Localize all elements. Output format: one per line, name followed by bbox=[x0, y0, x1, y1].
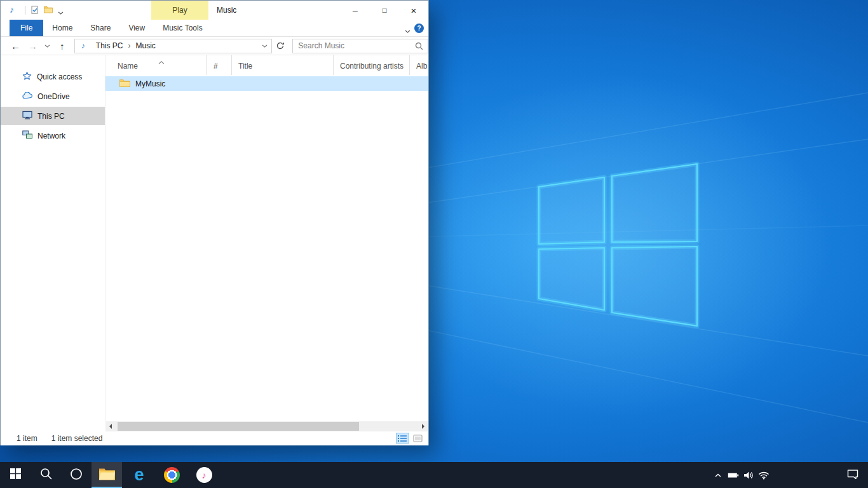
file-explorer-icon bbox=[98, 467, 116, 483]
tab-view[interactable]: View bbox=[119, 20, 154, 36]
search-icon[interactable] bbox=[411, 42, 428, 50]
tray-expand-chevron-icon[interactable] bbox=[710, 462, 726, 488]
breadcrumb-music[interactable]: Music bbox=[132, 41, 160, 50]
sidebar-item-network[interactable]: Network bbox=[1, 126, 105, 145]
column-label: Name bbox=[118, 62, 138, 71]
sidebar-item-quick-access[interactable]: Quick access bbox=[1, 67, 105, 86]
search-icon bbox=[39, 467, 53, 483]
taskbar-itunes-button[interactable]: ♪ bbox=[189, 462, 219, 488]
breadcrumb-this-pc[interactable]: This PC bbox=[92, 41, 128, 50]
music-app-icon: ♪ bbox=[10, 4, 14, 15]
chrome-icon bbox=[164, 467, 180, 483]
search-box bbox=[292, 39, 428, 53]
tab-share[interactable]: Share bbox=[81, 20, 119, 36]
scroll-right-arrow-icon[interactable] bbox=[418, 421, 428, 431]
column-header-number[interactable]: # bbox=[207, 55, 232, 75]
itunes-icon: ♪ bbox=[196, 467, 212, 483]
cloud-icon bbox=[22, 92, 32, 101]
file-name: MyMusic bbox=[135, 79, 165, 88]
status-bar: 1 item 1 item selected bbox=[1, 431, 428, 445]
file-list: Name # Title Contributing artists Alb My… bbox=[105, 55, 428, 421]
close-button[interactable]: × bbox=[399, 1, 428, 20]
windows-start-icon bbox=[10, 468, 21, 482]
star-icon bbox=[22, 71, 32, 83]
sort-ascending-caret-icon bbox=[158, 57, 165, 66]
tab-music-tools[interactable]: Music Tools bbox=[154, 20, 211, 36]
folder-icon bbox=[119, 79, 130, 89]
qat-customize-chevron-icon[interactable] bbox=[58, 8, 64, 17]
minimize-button[interactable]: – bbox=[341, 1, 370, 20]
column-header-album[interactable]: Alb bbox=[410, 55, 428, 75]
address-box[interactable]: ♪ This PC › Music bbox=[74, 39, 273, 53]
tab-file[interactable]: File bbox=[10, 20, 43, 36]
file-row-mymusic[interactable]: MyMusic bbox=[105, 76, 428, 91]
main-area: Quick access OneDrive This PC bbox=[1, 55, 428, 421]
explorer-window: ♪ Play Music – □ × File Home Share bbox=[0, 0, 429, 445]
details-view-button[interactable] bbox=[396, 433, 409, 444]
new-folder-icon[interactable] bbox=[44, 6, 53, 15]
ribbon-tab-row: File Home Share View Music Tools ? bbox=[1, 20, 428, 37]
volume-icon[interactable] bbox=[741, 462, 756, 488]
taskbar: e ♪ bbox=[0, 462, 868, 488]
sidebar-item-label: This PC bbox=[37, 112, 65, 121]
desktop: ♪ Play Music – □ × File Home Share bbox=[0, 0, 868, 462]
navigation-pane: Quick access OneDrive This PC bbox=[1, 55, 105, 421]
column-label: Title bbox=[238, 62, 252, 71]
edge-icon: e bbox=[134, 466, 144, 484]
column-label: # bbox=[214, 62, 218, 71]
search-input[interactable] bbox=[293, 41, 411, 50]
taskbar-chrome-button[interactable] bbox=[156, 462, 187, 488]
start-button[interactable] bbox=[0, 462, 31, 488]
cortana-circle-icon bbox=[70, 468, 83, 483]
wifi-icon[interactable] bbox=[756, 462, 771, 488]
back-button[interactable]: ← bbox=[7, 38, 24, 53]
forward-button[interactable]: → bbox=[24, 38, 41, 53]
recent-locations-chevron-icon[interactable] bbox=[41, 38, 54, 53]
monitor-icon bbox=[22, 111, 32, 121]
sidebar-item-label: Network bbox=[37, 132, 65, 140]
music-tools-contextual-tab[interactable]: Play bbox=[151, 1, 208, 20]
sidebar-item-onedrive[interactable]: OneDrive bbox=[1, 87, 105, 105]
tab-home[interactable]: Home bbox=[43, 20, 81, 36]
sidebar-item-label: OneDrive bbox=[37, 92, 70, 101]
help-icon[interactable]: ? bbox=[414, 24, 424, 33]
window-title: Music bbox=[217, 1, 236, 20]
address-dropdown-chevron-icon[interactable] bbox=[257, 44, 271, 48]
column-headers: Name # Title Contributing artists Alb bbox=[105, 55, 428, 75]
address-bar: ← → ↑ ♪ This PC › Music bbox=[1, 37, 428, 55]
address-music-icon: ♪ bbox=[75, 41, 92, 50]
action-center-icon bbox=[847, 469, 858, 482]
sidebar-item-this-pc[interactable]: This PC bbox=[1, 107, 105, 125]
scroll-left-arrow-icon[interactable] bbox=[105, 421, 116, 431]
cortana-button[interactable] bbox=[61, 462, 92, 488]
titlebar[interactable]: ♪ Play Music – □ × bbox=[1, 1, 428, 20]
column-header-title[interactable]: Title bbox=[232, 55, 334, 75]
scrollbar-thumb[interactable] bbox=[118, 422, 359, 431]
battery-icon[interactable] bbox=[726, 462, 741, 488]
network-icon bbox=[22, 130, 32, 141]
column-label: Alb bbox=[416, 62, 427, 71]
taskbar-file-explorer-button[interactable] bbox=[92, 462, 122, 488]
action-center-button[interactable] bbox=[837, 462, 868, 488]
up-button[interactable]: ↑ bbox=[54, 38, 71, 53]
column-header-contributing-artists[interactable]: Contributing artists bbox=[334, 55, 410, 75]
qat-separator bbox=[25, 6, 25, 15]
ribbon-expand-chevron-icon[interactable] bbox=[405, 26, 410, 35]
column-header-name[interactable]: Name bbox=[105, 55, 207, 75]
item-count: 1 item bbox=[17, 434, 37, 443]
maximize-button[interactable]: □ bbox=[370, 1, 399, 20]
properties-icon[interactable] bbox=[31, 6, 39, 16]
selected-count: 1 item selected bbox=[51, 434, 103, 443]
taskbar-search-button[interactable] bbox=[31, 462, 61, 488]
system-tray bbox=[710, 462, 868, 488]
view-toggles bbox=[396, 433, 424, 444]
sidebar-item-label: Quick access bbox=[37, 72, 82, 81]
refresh-icon[interactable] bbox=[273, 39, 287, 53]
column-label: Contributing artists bbox=[340, 62, 403, 71]
large-icons-view-button[interactable] bbox=[411, 433, 424, 444]
horizontal-scrollbar[interactable] bbox=[105, 421, 428, 431]
taskbar-edge-button[interactable]: e bbox=[124, 462, 154, 488]
